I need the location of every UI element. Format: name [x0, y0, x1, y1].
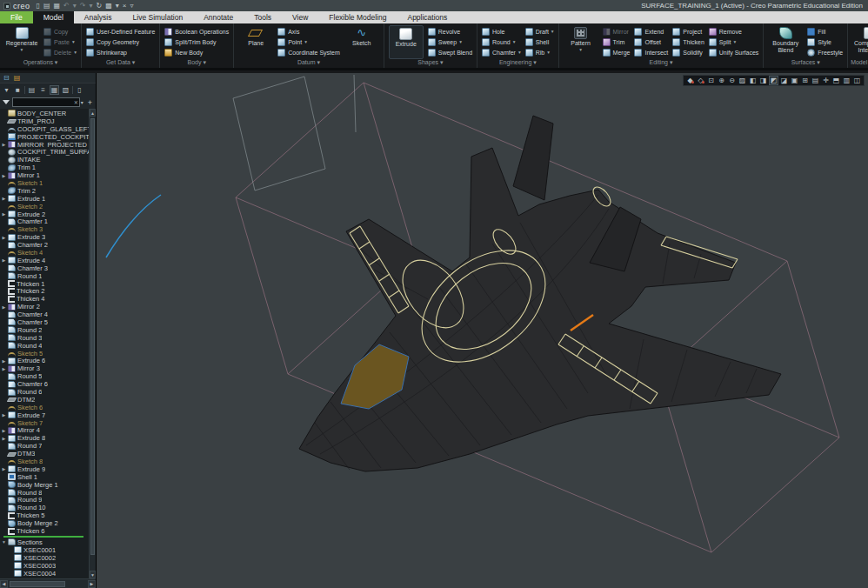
display-style-icon[interactable]: ▣: [790, 76, 799, 85]
display-arrow-icon[interactable]: ▾: [116, 2, 119, 10]
search-dropdown-icon[interactable]: ▾: [80, 99, 84, 105]
tree-item-xsec[interactable]: XSEC0001: [2, 546, 89, 554]
orient-mode-icon[interactable]: ◇: [696, 76, 705, 85]
model-f35[interactable]: [299, 116, 781, 471]
tab-flexible-modeling[interactable]: Flexible Modeling: [318, 11, 397, 23]
tab-applications[interactable]: Applications: [397, 11, 457, 23]
tree-item[interactable]: Round 3: [2, 334, 89, 342]
tree-item[interactable]: ▶Extrude 7: [2, 411, 89, 419]
tree-item[interactable]: ▶Mirror 2: [2, 303, 89, 311]
tree-item[interactable]: Sketch 2: [2, 203, 89, 210]
tree-options-arrow-icon[interactable]: ▾: [2, 85, 11, 95]
tab-analysis[interactable]: Analysis: [74, 11, 123, 23]
view-manager-icon[interactable]: ◫: [852, 76, 862, 85]
tree-horizontal-scrollbar[interactable]: ◀ ▶: [0, 578, 96, 588]
expander-icon[interactable]: ▶: [2, 366, 6, 371]
window-display-icon[interactable]: ▩: [105, 2, 112, 10]
group-label[interactable]: Datum ▾: [234, 59, 384, 68]
tree-search-input[interactable]: [12, 97, 80, 107]
annotation-display-icon[interactable]: ▤: [811, 76, 820, 85]
rib-button[interactable]: Rib▾: [525, 47, 554, 57]
tree-item[interactable]: Sketch 1: [2, 179, 89, 187]
tree-item[interactable]: INTAKE: [2, 156, 89, 164]
expander-icon[interactable]: ▶: [2, 257, 6, 263]
tree-item[interactable]: ▶Mirror 1: [2, 171, 89, 179]
refit-icon[interactable]: ⊡: [706, 76, 716, 85]
tree-item[interactable]: Chamfer 5: [2, 318, 89, 326]
tab-file[interactable]: File: [0, 11, 33, 23]
redo-icon[interactable]: ↷: [80, 2, 86, 10]
tree-item[interactable]: Chamfer 6: [2, 380, 89, 388]
shading-icon[interactable]: ◨: [758, 76, 768, 85]
copy-geometry-button[interactable]: Copy Geometry: [86, 37, 155, 47]
tree-item-xsec[interactable]: XSEC0003: [2, 562, 89, 570]
list-view-icon[interactable]: ≡: [38, 85, 48, 95]
expander-icon[interactable]: ▼: [2, 539, 6, 545]
tree-item[interactable]: Sketch 6: [2, 404, 89, 411]
shrinkwrap-button[interactable]: Shrinkwrap: [86, 47, 155, 57]
model-tree-icon[interactable]: ■: [13, 85, 23, 95]
tree-item[interactable]: ▶Extrude 3: [2, 233, 89, 241]
swept-blend-button[interactable]: Swept Blend: [428, 47, 472, 57]
datum-display-filters-icon[interactable]: ⊞: [800, 76, 810, 85]
tree-item[interactable]: ▶Extrude 4: [2, 257, 89, 264]
insert-indicator[interactable]: [3, 536, 83, 538]
freestyle-button[interactable]: Freestyle: [807, 47, 843, 57]
tree-item[interactable]: Sketch 5: [2, 350, 89, 357]
expander-icon[interactable]: ▶: [2, 173, 6, 178]
tab-tools[interactable]: Tools: [244, 11, 282, 23]
tree-item[interactable]: COCKPIT_TRIM_SURFACE: [2, 148, 89, 156]
tree-item[interactable]: Shell 1: [2, 473, 89, 481]
scroll-right-icon[interactable]: ▶: [88, 580, 96, 588]
tree-item[interactable]: Chamfer 4: [2, 311, 89, 318]
expander-icon[interactable]: ▶: [2, 211, 6, 217]
tree-item[interactable]: Sketch 8: [2, 458, 89, 465]
tree-item[interactable]: Thicken 1: [2, 280, 89, 288]
tree-item[interactable]: TRIM_PROJ: [2, 117, 89, 125]
tree-item[interactable]: ▶Mirror 3: [2, 364, 89, 372]
tree-item[interactable]: ▶Extrude 8: [2, 434, 89, 442]
dropdown-arrow-icon[interactable]: ▾: [733, 40, 736, 44]
tree-item-sections[interactable]: ▼Sections: [2, 538, 89, 546]
sketch-button[interactable]: ∿Sketch: [344, 25, 379, 59]
tree-item[interactable]: Trim 2: [2, 187, 89, 195]
split-button[interactable]: Split▾: [709, 37, 759, 47]
zoom-in-icon[interactable]: ⊕: [717, 76, 726, 85]
tree-item[interactable]: Round 10: [2, 504, 89, 511]
group-label[interactable]: Editing ▾: [559, 59, 764, 68]
tree-item[interactable]: Body Merge 1: [2, 481, 89, 489]
close-window-icon[interactable]: ×: [123, 2, 127, 10]
user-defined-feature-button[interactable]: User-Defined Feature: [86, 26, 155, 37]
dropdown-arrow-icon[interactable]: ▾: [21, 48, 23, 52]
tree-item[interactable]: PROJECTED_COCKPIT_GLASS_L: [2, 133, 89, 141]
draft-button[interactable]: Draft▾: [525, 26, 554, 37]
group-label[interactable]: Engineering ▾: [477, 59, 558, 68]
tree-item[interactable]: BODY_CENTER: [2, 110, 89, 117]
customize-quick-access-icon[interactable]: ▿: [130, 2, 133, 10]
hscroll-thumb[interactable]: [10, 581, 65, 587]
expander-icon[interactable]: ▶: [2, 436, 6, 441]
dropdown-arrow-icon[interactable]: ▾: [459, 40, 462, 44]
blue-spline-curve[interactable]: [106, 195, 161, 257]
extrude-button[interactable]: Extrude: [389, 25, 424, 59]
detail-view-icon[interactable]: ▯: [75, 85, 84, 95]
shell-button[interactable]: Shell: [525, 37, 554, 47]
dropdown-arrow-icon[interactable]: ▾: [551, 30, 554, 34]
group-label[interactable]: Model Intent ▾: [848, 59, 868, 68]
tree-item[interactable]: ▶Extrude 2: [2, 210, 89, 218]
tree-item[interactable]: Round 5: [2, 372, 89, 380]
tree-item[interactable]: Thicken 5: [2, 511, 89, 519]
folder-browser-tab-icon[interactable]: ▤: [14, 74, 21, 82]
chamfer-button[interactable]: Chamfer▾: [482, 47, 521, 57]
tree-item[interactable]: COCKPIT_GLASS_LEFT: [2, 125, 89, 133]
tree-item[interactable]: Sketch 3: [2, 225, 89, 233]
clear-search-icon[interactable]: ✕: [74, 99, 78, 105]
regenerate-quick-icon[interactable]: ↻: [96, 2, 102, 10]
design-tree-icon[interactable]: ▤: [27, 85, 37, 95]
tree-item[interactable]: Round 1: [2, 272, 89, 280]
drag-mode-icon[interactable]: ◆: [685, 76, 695, 85]
dropdown-arrow-icon[interactable]: ▾: [513, 40, 516, 44]
shading-with-edges-icon[interactable]: ◧: [748, 76, 758, 85]
remove-button[interactable]: Remove: [709, 26, 759, 37]
wireframe-icon[interactable]: ◪: [779, 76, 789, 85]
